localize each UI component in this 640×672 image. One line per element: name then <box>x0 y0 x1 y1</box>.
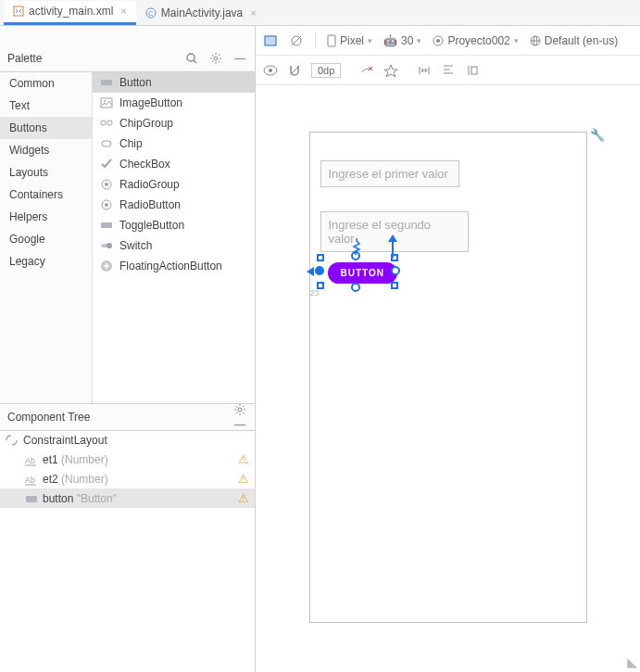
palette-item-chipgroup[interactable]: ChipGroup <box>93 113 255 133</box>
svg-point-20 <box>238 408 242 412</box>
constraint-handle-right[interactable] <box>391 266 400 275</box>
widget-icon: Ab <box>25 474 38 485</box>
default-margin[interactable]: 0dp <box>311 63 341 78</box>
palette-item-checkbox[interactable]: CheckBox <box>93 154 255 174</box>
design-canvas[interactable]: 🔧 Ingrese el primer valor Ingrese el seg… <box>256 85 640 672</box>
chevron-down-icon: ▾ <box>417 36 421 45</box>
palette-category-google[interactable]: Google <box>0 228 92 250</box>
svg-rect-9 <box>101 120 106 125</box>
palette-items: ButtonImageButtonChipGroupChipCheckBoxRa… <box>93 72 255 403</box>
constraint-handle-left[interactable] <box>315 266 324 275</box>
resize-grip-icon[interactable]: ◢ <box>627 654 637 669</box>
warning-icon[interactable]: ⚠ <box>238 491 249 505</box>
edittext-et2[interactable]: Ingrese el segundo valor <box>320 211 469 252</box>
palette-category-helpers[interactable]: Helpers <box>0 206 92 228</box>
chipgroup-icon <box>100 117 113 130</box>
tab-main-activity[interactable]: C MainActivity.java × <box>136 1 266 25</box>
palette-item-switch[interactable]: Switch <box>93 235 255 256</box>
resize-handle-se[interactable] <box>391 282 398 289</box>
gear-icon[interactable] <box>208 51 223 66</box>
tab-label: MainActivity.java <box>161 6 243 19</box>
xml-file-icon <box>13 6 24 17</box>
palette-item-button[interactable]: Button <box>93 72 255 93</box>
gear-icon[interactable] <box>232 402 247 417</box>
close-icon[interactable]: × <box>250 7 256 19</box>
warning-icon[interactable]: ⚠ <box>238 452 249 466</box>
button-widget[interactable]: BUTTON <box>328 262 397 284</box>
svg-point-5 <box>214 57 218 60</box>
palette-item-chip[interactable]: Chip <box>93 133 255 154</box>
chevron-down-icon: ▾ <box>514 36 519 45</box>
design-mode-icon[interactable] <box>263 33 278 48</box>
palette-item-radiogroup[interactable]: RadioGroup <box>93 174 255 195</box>
close-icon[interactable]: × <box>120 6 126 17</box>
theme-selector[interactable]: Proyecto002 ▾ <box>433 34 518 47</box>
theme-icon <box>433 35 444 46</box>
constraint-handle-bottom[interactable] <box>351 283 360 292</box>
guidelines-icon[interactable] <box>465 63 480 78</box>
align-icon[interactable] <box>441 63 456 78</box>
palette-category-text[interactable]: Text <box>0 95 92 117</box>
tree-root[interactable]: ConstraintLayout <box>0 431 255 450</box>
palette-category-widgets[interactable]: Widgets <box>0 139 92 161</box>
warning-icon[interactable]: ⚠ <box>238 472 249 486</box>
palette-category-layouts[interactable]: Layouts <box>0 161 92 184</box>
infer-constraints-icon[interactable] <box>383 63 398 78</box>
minimize-icon[interactable]: — <box>232 417 247 432</box>
orientation-icon[interactable] <box>289 33 304 48</box>
palette-item-togglebutton[interactable]: ToggleButton <box>93 215 255 235</box>
component-tree-header: Component Tree — <box>0 403 255 431</box>
floatingactionbutton-icon <box>100 260 113 273</box>
constraint-spring-top <box>352 238 361 255</box>
svg-point-18 <box>107 243 112 248</box>
view-options-icon[interactable] <box>263 63 278 78</box>
svg-rect-6 <box>101 80 112 85</box>
svg-text:Ab: Ab <box>25 475 35 485</box>
svg-rect-45 <box>471 67 477 74</box>
palette-categories: CommonTextButtonsWidgetsLayoutsContainer… <box>0 72 93 403</box>
palette-item-imagebutton[interactable]: ImageButton <box>93 93 255 113</box>
tree-item-button[interactable]: button "Button"⚠ <box>0 488 255 508</box>
palette-category-common[interactable]: Common <box>0 72 92 95</box>
edittext-et1[interactable]: Ingrese el primer valor <box>320 160 459 187</box>
search-icon[interactable] <box>184 51 199 66</box>
api-selector[interactable]: 🤖 30 ▾ <box>383 34 421 47</box>
locale-label: Default (en-us) <box>545 34 618 47</box>
design-surface: Pixel ▾ 🤖 30 ▾ Proyecto002 ▾ Default (en… <box>256 26 640 672</box>
widget-icon <box>25 493 38 504</box>
svg-point-13 <box>105 183 108 186</box>
guide-label: 23 <box>310 288 320 298</box>
palette-item-radiobutton[interactable]: RadioButton <box>93 195 255 215</box>
constraint-arrow-top <box>388 235 397 242</box>
palette-body: CommonTextButtonsWidgetsLayoutsContainer… <box>0 72 255 403</box>
device-selector[interactable]: Pixel ▾ <box>327 34 372 47</box>
device-label: Pixel <box>340 34 364 47</box>
magnet-icon[interactable] <box>287 63 302 78</box>
clear-constraints-icon[interactable] <box>359 63 374 78</box>
palette-category-legacy[interactable]: Legacy <box>0 250 92 273</box>
minimize-icon[interactable]: — <box>232 51 247 66</box>
tree-item-et1[interactable]: Abet1 (Number)⚠ <box>0 450 255 469</box>
palette-header: Palette — <box>0 44 255 72</box>
tab-activity-main[interactable]: activity_main.xml × <box>4 1 136 25</box>
locale-selector[interactable]: Default (en-us) <box>530 34 618 47</box>
wrench-icon[interactable]: 🔧 <box>590 128 605 142</box>
resize-handle-nw[interactable] <box>317 254 324 261</box>
svg-rect-0 <box>14 6 23 16</box>
pack-icon[interactable] <box>417 63 432 78</box>
design-toolbar-top: Pixel ▾ 🤖 30 ▾ Proyecto002 ▾ Default (en… <box>256 26 640 56</box>
phone-icon <box>327 34 336 47</box>
constraint-arrow-left <box>307 267 314 276</box>
design-toolbar-constraints: 0dp <box>256 56 640 85</box>
switch-icon <box>100 239 113 252</box>
button-icon <box>100 76 113 89</box>
tree-item-et2[interactable]: Abet2 (Number)⚠ <box>0 469 255 488</box>
radiobutton-icon <box>100 198 113 211</box>
radiogroup-icon <box>100 178 113 191</box>
palette-category-buttons[interactable]: Buttons <box>0 117 92 139</box>
palette-item-floatingactionbutton[interactable]: FloatingActionButton <box>93 256 255 276</box>
svg-rect-25 <box>26 496 37 502</box>
svg-text:Ab: Ab <box>25 456 35 465</box>
palette-category-containers[interactable]: Containers <box>0 184 92 206</box>
checkbox-icon <box>100 158 113 171</box>
